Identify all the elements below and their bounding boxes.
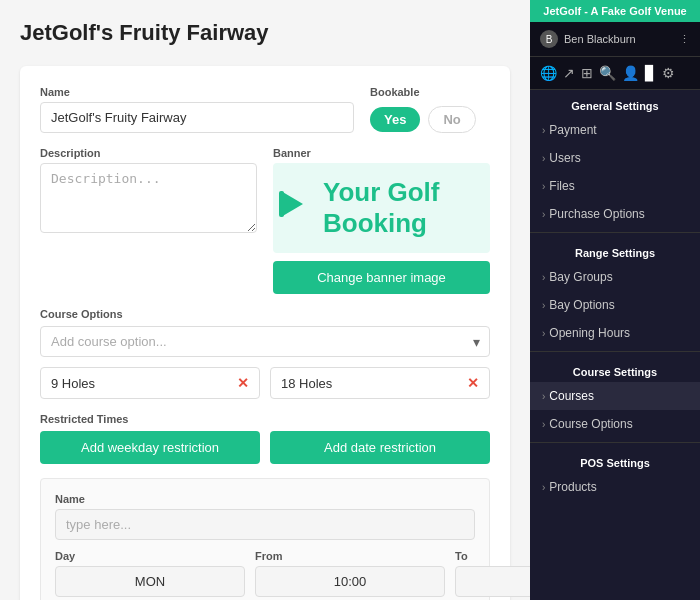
tag-item-9holes: 9 Holes ✕	[40, 367, 260, 399]
tag-label-9holes: 9 Holes	[51, 376, 95, 391]
sidebar-item-products[interactable]: › Products	[530, 473, 700, 501]
to-field: To	[455, 550, 530, 597]
banner-logo-icon	[273, 185, 311, 231]
grid-icon[interactable]: ⊞	[581, 65, 593, 81]
banner-label: Banner	[273, 147, 490, 159]
desc-banner-row: Description Banner Your Golf Booking	[40, 147, 490, 294]
course-options-section: Course Options Add course option... ▾	[40, 308, 490, 357]
sidebar-icons-row: 🌐 ↗ ⊞ 🔍 👤 ▊ ⚙	[530, 57, 700, 90]
sidebar-item-bay-groups[interactable]: › Bay Groups	[530, 263, 700, 291]
banner-preview: Your Golf Booking	[273, 163, 490, 253]
sidebar: JetGolf - A Fake Golf Venue B Ben Blackb…	[530, 0, 700, 600]
course-options-select-wrapper: Add course option... ▾	[40, 326, 490, 357]
bar-chart-icon[interactable]: ▊	[645, 65, 656, 81]
top-bar: JetGolf - A Fake Golf Venue	[530, 0, 700, 22]
tag-label-18holes: 18 Holes	[281, 376, 332, 391]
sidebar-item-label: Purchase Options	[549, 207, 644, 221]
sidebar-item-label: Bay Options	[549, 298, 614, 312]
name-label: Name	[40, 86, 354, 98]
sidebar-item-bay-options[interactable]: › Bay Options	[530, 291, 700, 319]
sidebar-item-label: Payment	[549, 123, 596, 137]
person-icon[interactable]: 👤	[622, 65, 639, 81]
sidebar-item-label: Opening Hours	[549, 326, 630, 340]
day-label: Day	[55, 550, 245, 562]
remove-9holes-button[interactable]: ✕	[237, 375, 249, 391]
chevron-right-icon: ›	[542, 153, 545, 164]
name-group: Name	[40, 86, 354, 133]
more-icon[interactable]: ⋮	[679, 33, 690, 46]
svg-rect-1	[279, 191, 284, 217]
description-group: Description	[40, 147, 257, 294]
course-settings-title: Course Settings	[530, 356, 700, 382]
description-label: Description	[40, 147, 257, 159]
restricted-times-label: Restricted Times	[40, 413, 490, 425]
sidebar-item-courses[interactable]: › Courses	[530, 382, 700, 410]
from-label: From	[255, 550, 445, 562]
no-button[interactable]: No	[428, 106, 475, 133]
chevron-right-icon: ›	[542, 209, 545, 220]
time-restriction-form: Name Day From To 🗑	[40, 478, 490, 600]
page-title: JetGolf's Fruity Fairway	[20, 20, 510, 46]
sidebar-user: B Ben Blackburn	[540, 30, 636, 48]
chevron-right-icon: ›	[542, 328, 545, 339]
chevron-right-icon: ›	[542, 482, 545, 493]
name-input[interactable]	[40, 102, 354, 133]
time-name-group: Name	[55, 493, 475, 540]
time-name-input[interactable]	[55, 509, 475, 540]
chevron-right-icon: ›	[542, 300, 545, 311]
pos-settings-title: POS Settings	[530, 447, 700, 473]
chevron-right-icon: ›	[542, 272, 545, 283]
sidebar-item-label: Bay Groups	[549, 270, 612, 284]
tag-item-18holes: 18 Holes ✕	[270, 367, 490, 399]
course-options-select[interactable]: Add course option...	[40, 326, 490, 357]
main-content: JetGolf's Fruity Fairway Name Bookable Y…	[0, 0, 530, 600]
day-input[interactable]	[55, 566, 245, 597]
banner-content: Your Golf Booking	[273, 177, 490, 239]
to-input[interactable]	[455, 566, 530, 597]
banner-group: Banner Your Golf Booking Change banner i…	[273, 147, 490, 294]
avatar: B	[540, 30, 558, 48]
from-input[interactable]	[255, 566, 445, 597]
chevron-right-icon: ›	[542, 125, 545, 136]
remove-18holes-button[interactable]: ✕	[467, 375, 479, 391]
bookable-group: Bookable Yes No	[370, 86, 490, 133]
svg-marker-0	[281, 191, 303, 217]
share-icon[interactable]: ↗	[563, 65, 575, 81]
chevron-right-icon: ›	[542, 181, 545, 192]
sidebar-header: B Ben Blackburn ⋮	[530, 22, 700, 57]
search-icon[interactable]: 🔍	[599, 65, 616, 81]
general-settings-title: General Settings	[530, 90, 700, 116]
range-settings-title: Range Settings	[530, 237, 700, 263]
sidebar-item-label: Files	[549, 179, 574, 193]
name-bookable-row: Name Bookable Yes No	[40, 86, 490, 133]
course-options-label: Course Options	[40, 308, 490, 320]
globe-icon[interactable]: 🌐	[540, 65, 557, 81]
bookable-toggle-row: Yes No	[370, 106, 490, 133]
gear-icon[interactable]: ⚙	[662, 65, 675, 81]
bookable-label: Bookable	[370, 86, 490, 98]
add-date-button[interactable]: Add date restriction	[270, 431, 490, 464]
change-banner-button[interactable]: Change banner image	[273, 261, 490, 294]
sidebar-item-purchase-options[interactable]: › Purchase Options	[530, 200, 700, 228]
settings-card: Name Bookable Yes No Description Banner	[20, 66, 510, 600]
sidebar-item-label: Course Options	[549, 417, 632, 431]
sidebar-item-payment[interactable]: › Payment	[530, 116, 700, 144]
yes-button[interactable]: Yes	[370, 107, 420, 132]
chevron-right-icon: ›	[542, 419, 545, 430]
sidebar-item-label: Users	[549, 151, 580, 165]
sidebar-item-course-options[interactable]: › Course Options	[530, 410, 700, 438]
tag-row: 9 Holes ✕ 18 Holes ✕	[40, 367, 490, 399]
time-name-label: Name	[55, 493, 475, 505]
sidebar-item-files[interactable]: › Files	[530, 172, 700, 200]
sidebar-item-opening-hours[interactable]: › Opening Hours	[530, 319, 700, 347]
restriction-buttons-row: Add weekday restriction Add date restric…	[40, 431, 490, 464]
time-fields-row: Day From To 🗑	[55, 550, 475, 597]
banner-text: Your Golf Booking	[323, 177, 490, 239]
sidebar-item-users[interactable]: › Users	[530, 144, 700, 172]
from-field: From	[255, 550, 445, 597]
sidebar-item-label: Products	[549, 480, 596, 494]
chevron-right-icon: ›	[542, 391, 545, 402]
description-input[interactable]	[40, 163, 257, 233]
username: Ben Blackburn	[564, 33, 636, 45]
add-weekday-button[interactable]: Add weekday restriction	[40, 431, 260, 464]
